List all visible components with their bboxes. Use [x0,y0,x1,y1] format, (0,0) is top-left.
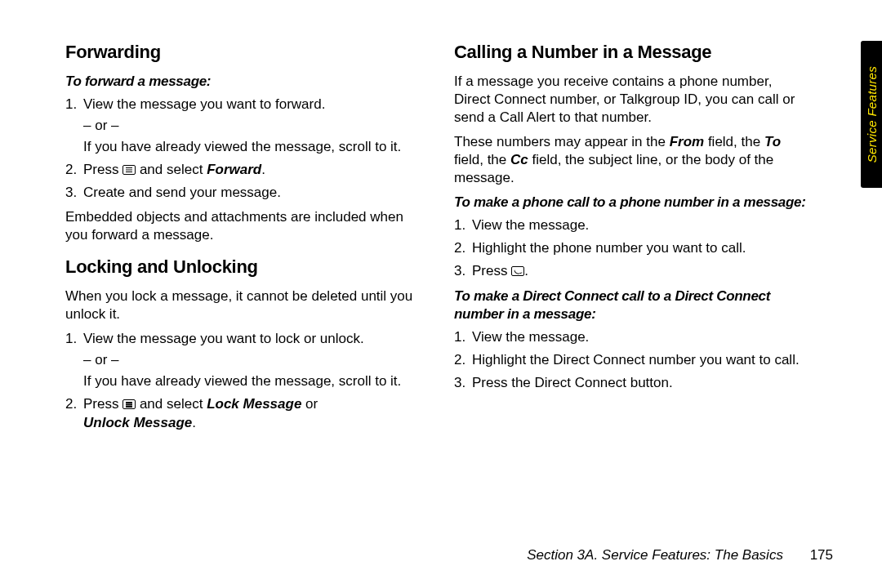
direct-connect-steps: 1.View the message. 2.Highlight the Dire… [454,328,810,392]
side-tab-label: Service Features [865,66,879,163]
step-number: 1. [454,328,466,346]
step-text: Create and send your message. [83,185,281,200]
step-text: Highlight the phone number you want to c… [472,240,746,256]
step-text: View the message. [472,217,589,233]
step-text: Highlight the Direct Connect number you … [472,352,800,368]
field-label: From [670,134,705,149]
right-column: Calling a Number in a Message If a messa… [454,41,833,555]
heading-calling: Calling a Number in a Message [454,41,810,65]
step-number: 3. [454,374,466,392]
step-number: 1. [65,96,77,114]
list-item: 2.Highlight the Direct Connect number yo… [472,351,810,369]
list-item: 2. Press and select Forward. [83,161,421,179]
subhead-phone-call: To make a phone call to a phone number i… [454,194,810,212]
side-tab: Service Features [861,41,882,188]
step-text: . [524,263,528,278]
paragraph: When you lock a message, it cannot be de… [65,287,421,323]
step-number: 3. [454,262,466,280]
left-column: Forwarding To forward a message: 1. View… [65,41,421,555]
list-item: 1. View the message you want to lock or … [83,330,421,390]
list-item: 1. View the message you want to forward.… [83,96,421,156]
step-text: Press [83,162,122,177]
paragraph: Embedded objects and attachments are inc… [65,208,421,244]
paragraph: These numbers may appear in the From fie… [454,133,810,187]
step-text: View the message you want to lock or unl… [83,331,364,346]
step-number: 1. [454,216,466,234]
step-text: and select [136,162,207,177]
paragraph: If a message you receive contains a phon… [454,73,810,127]
step-text: Press [83,396,122,412]
step-text: . [192,415,196,430]
list-item: 3. Create and send your message. [83,184,421,202]
lock-steps: 1. View the message you want to lock or … [65,330,421,431]
step-number: 2. [454,351,466,369]
page-footer: Section 3A. Service Features: The Basics… [527,547,833,564]
call-key-icon [511,266,524,276]
footer-page-number: 175 [810,547,833,563]
list-item: 3.Press . [472,262,810,280]
step-text: and select [136,396,207,412]
step-number: 1. [65,330,77,348]
list-item: 2.Highlight the phone number you want to… [472,239,810,257]
forward-steps: 1. View the message you want to forward.… [65,96,421,202]
step-number: 2. [454,239,466,257]
page-body: Forwarding To forward a message: 1. View… [0,0,882,588]
step-text: or [301,396,318,412]
list-item: 1.View the message. [472,216,810,234]
step-alt-text: If you have already viewed the message, … [83,138,421,156]
step-alt-text: If you have already viewed the message, … [83,372,421,390]
list-item: 2. Press and select Lock Message or Unlo… [83,395,421,431]
heading-locking: Locking and Unlocking [65,256,421,279]
step-text: View the message you want to forward. [83,96,325,112]
step-text: Press [472,263,511,278]
or-text: – or – [83,351,421,369]
menu-key-icon [122,165,136,175]
step-text: . [261,162,265,177]
step-text: View the message. [472,329,589,345]
subhead-direct-connect: To make a Direct Connect call to a Direc… [454,287,810,323]
step-number: 2. [65,395,77,413]
list-item: 1.View the message. [472,328,810,346]
ui-label: Forward [207,162,261,177]
field-label: Cc [510,152,528,167]
phone-call-steps: 1.View the message. 2.Highlight the phon… [454,216,810,280]
field-label: To [764,134,781,149]
heading-forwarding: Forwarding [65,41,421,65]
list-item: 3.Press the Direct Connect button. [472,374,810,392]
step-number: 3. [65,184,77,202]
subhead-forward: To forward a message: [65,73,421,91]
step-text: Press the Direct Connect button. [472,375,673,390]
or-text: – or – [83,117,421,135]
ui-label: Lock Message [207,396,301,412]
step-number: 2. [65,161,77,179]
ui-label: Unlock Message [83,415,192,430]
menu-key-icon [122,399,136,409]
footer-section: Section 3A. Service Features: The Basics [527,547,783,563]
